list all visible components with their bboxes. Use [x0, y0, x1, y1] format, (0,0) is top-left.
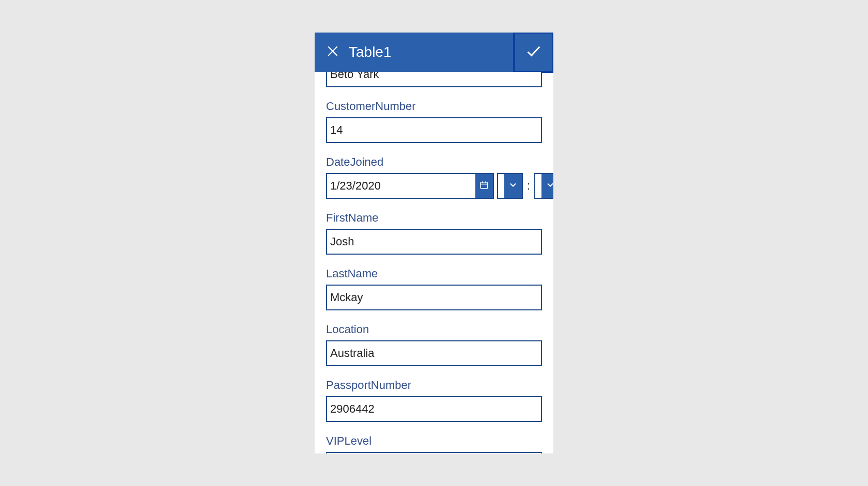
- input-minute[interactable]: [534, 173, 541, 199]
- input-location[interactable]: [326, 340, 542, 366]
- input-passportnumber[interactable]: [326, 396, 542, 422]
- label-passportnumber: PassportNumber: [326, 379, 542, 392]
- field-passportnumber: PassportNumber: [326, 379, 542, 422]
- field-datejoined: DateJoined: [326, 155, 542, 199]
- viewport: Table1 CustomerNumber DateJoined: [58, 33, 810, 453]
- date-picker-button[interactable]: [475, 173, 494, 199]
- app-frame: Table1 CustomerNumber DateJoined: [315, 33, 553, 453]
- input-firstname[interactable]: [326, 229, 542, 255]
- submit-button[interactable]: [514, 33, 553, 72]
- input-hour[interactable]: [497, 173, 504, 199]
- calendar-icon: [479, 180, 489, 192]
- header-bar: Table1: [315, 33, 553, 72]
- datetime-row: :: [326, 173, 542, 199]
- check-icon: [525, 42, 542, 62]
- close-icon: [326, 44, 339, 60]
- hour-dropdown-button[interactable]: [504, 173, 523, 199]
- input-date[interactable]: [326, 173, 475, 199]
- header-title: Table1: [349, 44, 392, 60]
- form-scroll[interactable]: CustomerNumber DateJoined: [315, 72, 553, 453]
- minute-wrap: [534, 173, 553, 199]
- input-viplevel[interactable]: [326, 452, 542, 453]
- chevron-down-icon: [545, 180, 553, 192]
- svg-rect-2: [481, 182, 488, 189]
- label-location: Location: [326, 323, 542, 336]
- field-firstname: FirstName: [326, 211, 542, 255]
- label-firstname: FirstName: [326, 211, 542, 225]
- partial-top-field: [326, 72, 542, 87]
- field-customernumber: CustomerNumber: [326, 100, 542, 143]
- label-customernumber: CustomerNumber: [326, 100, 542, 113]
- time-separator: :: [526, 173, 531, 199]
- field-location: Location: [326, 323, 542, 366]
- chevron-down-icon: [508, 180, 518, 192]
- hour-wrap: [497, 173, 523, 199]
- date-wrap: [326, 173, 494, 199]
- label-viplevel: VIPLevel: [326, 434, 542, 448]
- label-datejoined: DateJoined: [326, 155, 542, 169]
- close-button[interactable]: [322, 41, 344, 63]
- minute-dropdown-button[interactable]: [541, 173, 553, 199]
- label-lastname: LastName: [326, 267, 542, 280]
- field-viplevel: VIPLevel: [326, 434, 542, 453]
- partial-top-input[interactable]: [326, 72, 542, 87]
- input-customernumber[interactable]: [326, 117, 542, 143]
- input-lastname[interactable]: [326, 285, 542, 310]
- field-lastname: LastName: [326, 267, 542, 310]
